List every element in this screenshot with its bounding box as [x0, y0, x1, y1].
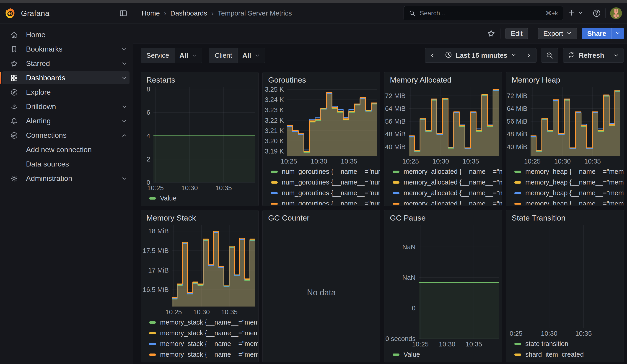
svg-text:10:25: 10:25 — [524, 157, 541, 165]
legend-item[interactable]: memory_allocated {__name__="memc — [393, 188, 502, 199]
brand-title: Grafana — [21, 9, 50, 18]
chart-canvas[interactable]: 0246810:2510:3010:35 — [141, 85, 258, 193]
clock-icon — [445, 51, 452, 60]
chart-canvas[interactable]: 0 seconds0NaNNaN10:2510:3010:35 — [384, 223, 502, 349]
sidebar-item-administration[interactable]: Administration — [0, 171, 133, 186]
panel-title[interactable]: GC Counter — [263, 210, 380, 223]
add-button[interactable] — [568, 9, 583, 18]
breadcrumb-item-dashboards[interactable]: Dashboards — [170, 9, 207, 17]
legend-item[interactable]: memory_stack {__name__="memory_s — [149, 328, 258, 338]
panel-title[interactable]: Goroutines — [263, 72, 380, 85]
svg-text:10:30: 10:30 — [311, 157, 327, 165]
legend-item[interactable]: memory_allocated {__name__="memc — [393, 166, 502, 177]
legend-swatch — [149, 197, 156, 200]
sidebar-item-explore[interactable]: Explore — [0, 85, 133, 100]
chart-canvas[interactable]: 40 MiB48 MiB56 MiB64 MiB72 MiB10:2510:30… — [506, 85, 624, 166]
svg-text:0 seconds: 0 seconds — [385, 335, 416, 342]
legend-swatch — [271, 181, 278, 184]
legend-item[interactable]: shard_item_created — [514, 349, 624, 360]
svg-text:NaN: NaN — [402, 243, 416, 251]
star-icon — [9, 60, 19, 67]
refresh-interval-button[interactable] — [609, 48, 624, 63]
panel-grid: Restarts0246810:2510:3010:35ValueGorouti… — [141, 72, 624, 363]
sidebar-item-data-sources[interactable]: Data sources — [0, 157, 133, 171]
legend-swatch — [514, 354, 521, 356]
panel-title[interactable]: Memory Heap — [506, 72, 624, 85]
panel-title[interactable]: Memory Allocated — [384, 72, 502, 85]
share-button[interactable]: Share — [582, 28, 612, 39]
edit-button[interactable]: Edit — [506, 28, 528, 39]
sidebar-item-home[interactable]: Home — [0, 28, 133, 42]
legend-item[interactable]: memory_stack {__name__="memory_s — [149, 317, 258, 328]
export-button[interactable]: Export — [538, 28, 577, 39]
panel-title[interactable]: State Transition — [506, 210, 624, 223]
share-dropdown-button[interactable] — [612, 28, 624, 39]
legend-item[interactable]: num_goroutines {__name__="num_go — [271, 166, 380, 177]
legend-item[interactable]: num_goroutines {__name__="num_go — [271, 177, 380, 188]
chart-canvas[interactable]: 16.5 MiB17 MiB17.5 MiB18 MiB10:2510:3010… — [141, 223, 258, 316]
legend-label: memory_allocated {__name__="memc — [404, 200, 502, 205]
sidebar-item-label: Home — [26, 31, 45, 39]
svg-text:3.22 K: 3.22 K — [265, 117, 284, 124]
legend-item[interactable]: memory_stack {__name__="memory_s — [149, 338, 258, 349]
time-forward-button[interactable] — [521, 48, 536, 63]
share-split-button: Share — [582, 28, 624, 39]
svg-text:10:30: 10:30 — [439, 341, 456, 348]
legend-item[interactable]: memory_heap {__name__="memory_h — [514, 199, 624, 205]
refresh-button[interactable]: Refresh — [563, 48, 609, 63]
legend-item[interactable]: num_goroutines {__name__="num_go — [271, 188, 380, 199]
search-box[interactable]: ⌘+k — [404, 6, 563, 20]
legend-label: state transition — [525, 340, 568, 348]
sidebar-item-add-new-connection[interactable]: Add new connection — [0, 143, 133, 157]
avatar[interactable] — [610, 7, 622, 19]
panel-title[interactable]: GC Pause — [384, 210, 502, 223]
legend-item[interactable]: memory_allocated {__name__="memc — [393, 199, 502, 205]
sidebar-item-dashboards[interactable]: Dashboards — [0, 71, 133, 85]
sidebar-item-alerting[interactable]: Alerting — [0, 114, 133, 128]
compass-icon — [9, 89, 19, 96]
legend-swatch — [149, 343, 156, 345]
chart-canvas[interactable]: 40 MiB48 MiB56 MiB64 MiB72 MiB10:2510:30… — [384, 85, 502, 166]
refresh-group: Refresh — [563, 48, 624, 63]
legend-item[interactable]: memory_stack {__name__="memory_s — [149, 349, 258, 360]
chart-canvas[interactable]: 3.19 K3.20 K3.21 K3.22 K3.23 K3.24 K3.25… — [263, 85, 380, 166]
chart-canvas[interactable]: 0:2510:3010:35 — [506, 223, 624, 338]
legend-item[interactable]: Value — [149, 193, 258, 204]
legend-item[interactable]: state transition — [514, 338, 624, 349]
filter-value-dropdown[interactable]: All — [238, 48, 265, 63]
search-input[interactable] — [419, 9, 542, 17]
filter-value-dropdown[interactable]: All — [175, 48, 202, 63]
sidebar-item-connections[interactable]: Connections — [0, 128, 133, 143]
sidebar-item-drilldown[interactable]: Drilldown — [0, 100, 133, 114]
time-back-button[interactable] — [425, 48, 440, 63]
legend-item[interactable]: memory_allocated {__name__="memc — [393, 177, 502, 188]
panel-memory-heap: Memory Heap40 MiB48 MiB56 MiB64 MiB72 Mi… — [506, 72, 624, 206]
grafana-app: Grafana Home›Dashboards›Temporal Server … — [0, 0, 627, 364]
zoom-out-button[interactable] — [541, 48, 558, 63]
legend-swatch — [514, 343, 521, 345]
sidebar-item-bookmarks[interactable]: Bookmarks — [0, 42, 133, 56]
time-range-button[interactable]: Last 15 minutes — [440, 48, 522, 63]
legend-item[interactable]: num_goroutines {__name__="num_go — [271, 199, 380, 205]
panel-title[interactable]: Memory Stack — [141, 210, 258, 223]
legend-item[interactable]: memory_heap {__name__="memory_h — [514, 177, 624, 188]
legend-item[interactable]: memory_heap {__name__="memory_h — [514, 188, 624, 199]
grafana-logo — [4, 7, 16, 19]
sidebar-item-starred[interactable]: Starred — [0, 56, 133, 71]
chevron-down-icon — [511, 52, 517, 59]
svg-text:10:30: 10:30 — [541, 330, 558, 337]
legend-item[interactable]: memory_heap {__name__="memory_h — [514, 166, 624, 177]
chevron-down-icon — [615, 30, 620, 37]
panel-state-transition: State Transition0:2510:3010:35state tran… — [506, 210, 624, 363]
legend-item[interactable]: Value — [393, 349, 502, 360]
help-button[interactable] — [593, 9, 601, 17]
panel-toggle-icon[interactable] — [119, 9, 127, 17]
bell-icon — [9, 117, 19, 125]
favorite-star-button[interactable] — [487, 29, 495, 38]
breadcrumb-item-home[interactable]: Home — [142, 9, 160, 17]
panel-title[interactable]: Restarts — [141, 72, 258, 85]
filter-value: All — [179, 52, 188, 59]
svg-text:0: 0 — [412, 305, 416, 312]
panel-gc-pause: GC Pause0 seconds0NaNNaN10:2510:3010:35V… — [384, 210, 502, 363]
svg-text:10:30: 10:30 — [432, 157, 449, 165]
